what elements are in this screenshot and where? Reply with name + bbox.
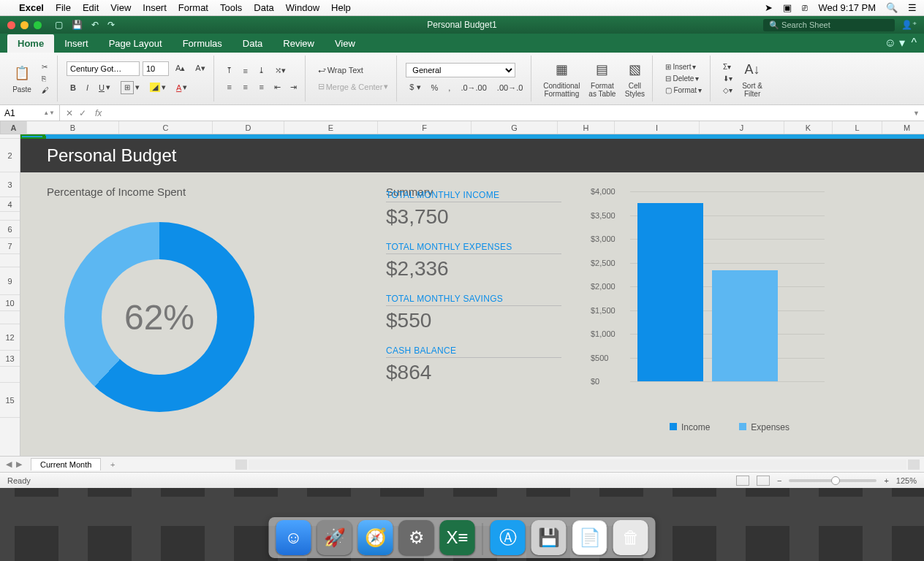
- column-header-D[interactable]: D: [213, 121, 284, 134]
- fill-icon[interactable]: ⬇▾: [719, 73, 736, 84]
- display-icon[interactable]: ▣: [783, 2, 792, 13]
- save-icon-2[interactable]: 💾: [72, 20, 83, 30]
- clear-icon[interactable]: ◇▾: [719, 85, 736, 96]
- menu-format[interactable]: Format: [178, 2, 208, 13]
- zoom-level[interactable]: 125%: [896, 476, 917, 485]
- expand-formula-bar-icon[interactable]: ▼: [913, 110, 920, 117]
- zoom-in-icon[interactable]: +: [884, 476, 888, 485]
- align-top-icon[interactable]: ⤒: [223, 64, 236, 77]
- name-box[interactable]: A1▲▼: [0, 105, 60, 121]
- row-header-4[interactable]: 4: [0, 197, 20, 212]
- sheet-nav-next-icon[interactable]: ▶: [16, 459, 22, 469]
- font-size-combo[interactable]: [143, 61, 169, 76]
- paste-button[interactable]: 📋 Paste: [9, 62, 35, 95]
- align-middle-icon[interactable]: ≡: [239, 64, 252, 77]
- share-icon[interactable]: 👤⁺: [901, 20, 917, 30]
- zoom-slider[interactable]: [789, 479, 876, 482]
- zoom-out-icon[interactable]: −: [777, 476, 781, 485]
- spotlight-icon[interactable]: 🔍: [886, 2, 898, 13]
- menu-insert[interactable]: Insert: [143, 2, 167, 13]
- row-header-blank10[interactable]: [0, 311, 20, 324]
- search-sheet-input[interactable]: 🔍 Search Sheet: [763, 19, 895, 31]
- menu-window[interactable]: Window: [286, 2, 319, 13]
- zoom-button[interactable]: [34, 21, 42, 29]
- save-icon[interactable]: ▢: [55, 20, 63, 30]
- orientation-icon[interactable]: ⤭▾: [271, 64, 289, 77]
- delete-cells-button[interactable]: ⊟ Delete ▾: [662, 73, 705, 84]
- close-button[interactable]: [7, 21, 15, 29]
- row-header-6[interactable]: 6: [0, 221, 20, 238]
- comma-icon[interactable]: ,: [444, 81, 454, 94]
- underline-button[interactable]: U ▾: [95, 80, 114, 94]
- hscroll-right[interactable]: [908, 459, 920, 470]
- row-header-12[interactable]: 12: [0, 324, 20, 351]
- menu-data[interactable]: Data: [254, 2, 273, 13]
- merge-center-button[interactable]: ⊟ Merge & Center ▾: [314, 80, 393, 94]
- percent-icon[interactable]: %: [428, 81, 442, 94]
- tab-insert[interactable]: Insert: [54, 34, 99, 53]
- number-format-combo[interactable]: General: [406, 63, 515, 77]
- minimize-button[interactable]: [20, 21, 29, 29]
- cursor-icon[interactable]: ➤: [765, 2, 773, 13]
- row-header-13[interactable]: 13: [0, 351, 20, 367]
- menu-view[interactable]: View: [110, 2, 131, 13]
- tab-formulas[interactable]: Formulas: [173, 34, 232, 53]
- cancel-formula-icon[interactable]: ✕: [66, 108, 73, 118]
- hscroll-left[interactable]: [235, 459, 247, 470]
- font-name-combo[interactable]: [67, 61, 140, 76]
- undo-icon[interactable]: ↶: [91, 20, 99, 30]
- dock-disk-icon[interactable]: 💾: [531, 520, 567, 555]
- row-header-blank13[interactable]: [0, 367, 20, 383]
- column-header-A[interactable]: A: [1, 121, 27, 134]
- clock[interactable]: Wed 9:17 PM: [818, 2, 876, 13]
- sort-filter-button[interactable]: A↓Sort & Filter: [739, 58, 765, 99]
- dock-settings-icon[interactable]: ⚙: [399, 520, 434, 555]
- dock-excel-icon[interactable]: X≡: [440, 520, 475, 555]
- sheet-canvas[interactable]: Personal Budget Percentage of Income Spe…: [20, 134, 924, 456]
- tab-review[interactable]: Review: [273, 34, 325, 53]
- dock-launchpad-icon[interactable]: 🚀: [317, 520, 352, 555]
- wrap-text-button[interactable]: ⮐ Wrap Text: [314, 64, 367, 77]
- bold-button[interactable]: B: [67, 81, 80, 94]
- align-bottom-icon[interactable]: ⤓: [255, 64, 268, 77]
- align-right-icon[interactable]: ≡: [255, 80, 268, 94]
- collapse-ribbon-icon[interactable]: ^: [911, 37, 917, 50]
- smiley-icon[interactable]: ☺ ▾: [885, 36, 906, 50]
- format-painter-icon[interactable]: 🖌: [38, 85, 53, 96]
- insert-cells-button[interactable]: ⊞ Insert ▾: [662, 61, 705, 72]
- redo-icon[interactable]: ↷: [107, 20, 115, 30]
- column-header-K[interactable]: K: [784, 121, 833, 134]
- autosum-icon[interactable]: Σ▾: [719, 61, 736, 72]
- row-header-blank4[interactable]: [0, 212, 20, 221]
- tab-page-layout[interactable]: Page Layout: [99, 34, 173, 53]
- cell-styles-button[interactable]: ▧Cell Styles: [621, 58, 648, 99]
- tab-data[interactable]: Data: [232, 34, 273, 53]
- copy-icon[interactable]: ⎘: [38, 73, 53, 84]
- row-header-7[interactable]: 7: [0, 238, 20, 254]
- tab-home[interactable]: Home: [7, 34, 54, 53]
- page-layout-view-icon[interactable]: [757, 476, 770, 486]
- enter-formula-icon[interactable]: ✓: [79, 108, 86, 118]
- column-header-M[interactable]: M: [882, 121, 924, 134]
- hscroll-track[interactable]: [249, 459, 906, 470]
- column-header-F[interactable]: F: [378, 121, 472, 134]
- column-header-J[interactable]: J: [700, 121, 784, 134]
- menu-edit[interactable]: Edit: [83, 2, 99, 13]
- notification-icon[interactable]: ☰: [908, 2, 917, 13]
- tab-view[interactable]: View: [325, 34, 366, 53]
- dock-safari-icon[interactable]: 🧭: [358, 520, 393, 555]
- column-header-I[interactable]: I: [615, 121, 700, 134]
- increase-decimal-icon[interactable]: .0→.00: [457, 81, 490, 94]
- column-header-B[interactable]: B: [27, 121, 119, 134]
- row-header-3[interactable]: 3: [0, 172, 20, 197]
- font-color-button[interactable]: A▾: [173, 80, 191, 94]
- app-menu[interactable]: Excel: [19, 2, 44, 13]
- align-left-icon[interactable]: ≡: [223, 80, 236, 94]
- menu-help[interactable]: Help: [331, 2, 351, 13]
- dock-trash-icon[interactable]: 🗑: [613, 520, 648, 555]
- sheet-nav-prev-icon[interactable]: ◀: [6, 459, 12, 469]
- border-button[interactable]: ⊞▾: [117, 79, 143, 96]
- normal-view-icon[interactable]: [736, 476, 749, 486]
- fx-icon[interactable]: fx: [95, 108, 102, 118]
- battery-icon[interactable]: ⎚: [802, 2, 808, 13]
